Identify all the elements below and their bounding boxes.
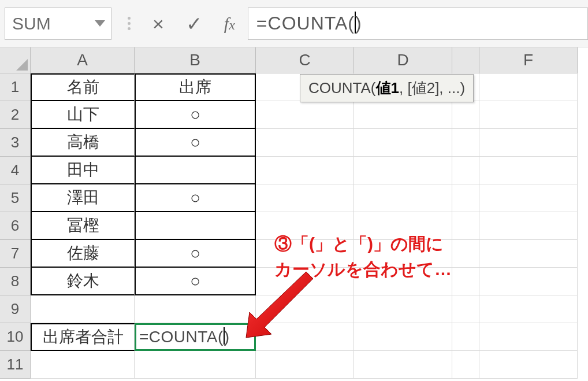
- cell-A11[interactable]: [31, 351, 135, 379]
- cell-E6[interactable]: [452, 212, 479, 240]
- cell-E2[interactable]: [452, 101, 479, 129]
- col-header-E[interactable]: E: [452, 47, 479, 73]
- cell-C2[interactable]: [256, 101, 354, 129]
- cell-B11[interactable]: [135, 351, 256, 379]
- row-header-10[interactable]: 10: [0, 323, 31, 351]
- cell-E5[interactable]: [452, 184, 479, 212]
- row-header-8[interactable]: 8: [0, 268, 31, 295]
- row-header-5[interactable]: 5: [0, 184, 31, 212]
- cell-E8[interactable]: [452, 268, 479, 295]
- cell-B10-editing[interactable]: =COUNTA(): [135, 323, 256, 351]
- cell-E3[interactable]: [452, 129, 479, 157]
- row-header-9[interactable]: 9: [0, 295, 31, 323]
- cell-C9[interactable]: [256, 295, 354, 323]
- row-header-2[interactable]: 2: [0, 101, 31, 129]
- cell-F5[interactable]: [479, 184, 578, 212]
- cell-A6[interactable]: 冨樫: [31, 212, 135, 240]
- cell-D10[interactable]: [354, 323, 452, 351]
- cell-F10[interactable]: [479, 323, 578, 351]
- tooltip-fn-name: COUNTA: [308, 79, 371, 97]
- col-header-D[interactable]: D: [354, 47, 452, 73]
- formula-controls: × ✓ fx: [128, 14, 235, 34]
- cell-B3[interactable]: ○: [135, 129, 256, 157]
- fx-icon[interactable]: fx: [224, 14, 235, 34]
- formula-input[interactable]: =COUNTA(): [248, 8, 588, 40]
- cell-A10[interactable]: 出席者合計: [31, 323, 135, 351]
- cell-F3[interactable]: [479, 129, 578, 157]
- function-tooltip[interactable]: COUNTA(値1, [値2], ...): [300, 74, 474, 102]
- circle-mark: ○: [190, 243, 200, 263]
- cell-F9[interactable]: [479, 295, 578, 323]
- cancel-icon[interactable]: ×: [152, 14, 164, 34]
- row-header-4[interactable]: 4: [0, 157, 31, 184]
- editing-formula-suffix: ): [224, 328, 230, 346]
- col-header-C[interactable]: C: [256, 47, 354, 73]
- cell-B5[interactable]: ○: [135, 184, 256, 212]
- cell-F4[interactable]: [479, 157, 578, 184]
- cell-A3[interactable]: 高橋: [31, 129, 135, 157]
- cell-A2[interactable]: 山下: [31, 101, 135, 129]
- cell-F2[interactable]: [479, 101, 578, 129]
- select-all-corner[interactable]: [0, 47, 31, 73]
- cell-D11[interactable]: [354, 351, 452, 379]
- cell-E10[interactable]: [452, 323, 479, 351]
- cell-F1[interactable]: [479, 73, 578, 101]
- circle-mark: ○: [190, 271, 200, 291]
- cell-D9[interactable]: [354, 295, 452, 323]
- col-header-B[interactable]: B: [135, 47, 256, 73]
- cell-E11[interactable]: [452, 351, 479, 379]
- cell-B6[interactable]: [135, 212, 256, 240]
- cell-B7[interactable]: ○: [135, 240, 256, 268]
- circle-mark: ○: [190, 132, 200, 152]
- cell-F7[interactable]: [479, 240, 578, 268]
- cell-A1[interactable]: 名前: [31, 73, 135, 101]
- name-box[interactable]: SUM: [5, 8, 111, 40]
- col-header-A[interactable]: A: [31, 47, 135, 73]
- cell-E7[interactable]: [452, 240, 479, 268]
- row-header-1[interactable]: 1: [0, 73, 31, 101]
- formula-bar-area: SUM × ✓ fx =COUNTA(): [0, 0, 588, 47]
- cell-B1[interactable]: 出席: [135, 73, 256, 101]
- tooltip-arg-bold: 値1: [376, 79, 399, 97]
- cell-C11[interactable]: [256, 351, 354, 379]
- cell-C5[interactable]: [256, 184, 354, 212]
- row-header-6[interactable]: 6: [0, 212, 31, 240]
- cell-D2[interactable]: [354, 101, 452, 129]
- row-header-7[interactable]: 7: [0, 240, 31, 268]
- cell-F8[interactable]: [479, 268, 578, 295]
- cell-D5[interactable]: [354, 184, 452, 212]
- cell-E4[interactable]: [452, 157, 479, 184]
- cell-C4[interactable]: [256, 157, 354, 184]
- cell-C3[interactable]: [256, 129, 354, 157]
- cell-D4[interactable]: [354, 157, 452, 184]
- cell-A7[interactable]: 佐藤: [31, 240, 135, 268]
- formula-text-prefix: =COUNTA(: [256, 13, 355, 34]
- chevron-down-icon[interactable]: [95, 20, 105, 27]
- left-gutter: 1 2 3 4 5 6 7 8 9 10 11: [0, 47, 31, 379]
- cell-A5[interactable]: 澤田: [31, 184, 135, 212]
- cell-A4[interactable]: 田中: [31, 157, 135, 184]
- annotation-line1: ③「(」と「)」の間に: [274, 231, 452, 257]
- cells-area: 名前 出席 山下 ○ 高橋 ○: [31, 73, 578, 379]
- cell-E9[interactable]: [452, 295, 479, 323]
- col-header-F[interactable]: F: [479, 47, 578, 73]
- cell-A9[interactable]: [31, 295, 135, 323]
- enter-icon[interactable]: ✓: [186, 14, 202, 34]
- spreadsheet: 1 2 3 4 5 6 7 8 9 10 11 A B C D E F 名前 出…: [0, 47, 588, 379]
- name-box-value: SUM: [12, 14, 91, 34]
- row-header-11[interactable]: 11: [0, 351, 31, 379]
- row-headers: 1 2 3 4 5 6 7 8 9 10 11: [0, 73, 31, 379]
- cell-C10[interactable]: [256, 323, 354, 351]
- cell-D3[interactable]: [354, 129, 452, 157]
- cell-F6[interactable]: [479, 212, 578, 240]
- row-header-3[interactable]: 3: [0, 129, 31, 157]
- cell-B9[interactable]: [135, 295, 256, 323]
- drag-handle-icon: [128, 17, 131, 30]
- cell-B4[interactable]: [135, 157, 256, 184]
- cell-B2[interactable]: ○: [135, 101, 256, 129]
- cell-B8[interactable]: ○: [135, 268, 256, 295]
- cell-F11[interactable]: [479, 351, 578, 379]
- circle-mark: ○: [190, 188, 200, 208]
- tooltip-rest: , [値2], ...): [399, 79, 465, 97]
- cell-A8[interactable]: 鈴木: [31, 268, 135, 295]
